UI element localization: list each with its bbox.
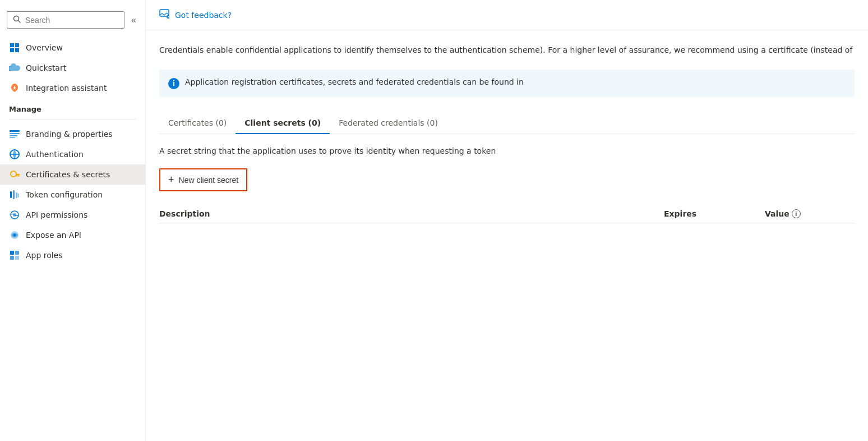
secret-description: A secret string that the application use… [159, 145, 855, 157]
sidebar-item-expose-api[interactable]: Expose an API [0, 225, 145, 245]
sidebar-item-overview[interactable]: Overview [0, 38, 145, 58]
svg-text:?: ? [168, 15, 169, 19]
cloud-icon [9, 62, 20, 74]
sidebar-item-certificates[interactable]: Certificates & secrets [0, 164, 145, 185]
tab-federated-credentials[interactable]: Federated credentials (0) [330, 113, 447, 134]
info-banner-text: Application registration certificates, s… [185, 77, 524, 86]
search-box[interactable] [7, 11, 124, 29]
svg-rect-9 [10, 137, 15, 138]
table-header: Description Expires Value i [159, 205, 855, 223]
tab-client-secrets[interactable]: Client secrets (0) [236, 113, 330, 134]
new-client-secret-button[interactable]: + New client secret [159, 168, 247, 191]
plus-icon: + [168, 174, 174, 186]
collapse-button[interactable]: « [129, 13, 138, 27]
value-info-icon[interactable]: i [792, 209, 801, 218]
sidebar-item-overview-label: Overview [26, 43, 63, 52]
api-icon [9, 209, 20, 220]
sidebar-item-branding[interactable]: Branding & properties [0, 124, 145, 144]
sidebar-item-token-label: Token configuration [26, 190, 103, 199]
svg-rect-3 [15, 43, 19, 47]
svg-rect-14 [18, 176, 20, 177]
tab-certificates[interactable]: Certificates (0) [159, 113, 236, 134]
col-expires: Expires [664, 209, 765, 218]
manage-divider [9, 119, 136, 120]
search-container: « [0, 7, 145, 38]
sidebar-item-api-label: API permissions [26, 210, 87, 219]
top-bar: ? Got feedback? [146, 0, 868, 30]
svg-rect-4 [10, 48, 14, 52]
svg-rect-6 [10, 130, 20, 132]
key-icon [9, 169, 20, 180]
sidebar-item-integration-label: Integration assistant [26, 84, 107, 93]
tabs-row: Certificates (0) Client secrets (0) Fede… [159, 113, 855, 134]
sidebar-item-approles-label: App roles [26, 251, 63, 260]
sidebar-item-quickstart[interactable]: Quickstart [0, 58, 145, 78]
main-content: ? Got feedback? Credentials enable confi… [146, 0, 868, 441]
sidebar-item-authentication-label: Authentication [26, 150, 84, 159]
sidebar-item-integration-assistant[interactable]: Integration assistant [0, 78, 145, 98]
svg-rect-13 [16, 174, 20, 176]
rocket-icon [9, 82, 20, 94]
svg-rect-5 [15, 48, 19, 52]
sidebar-item-certificates-label: Certificates & secrets [26, 170, 110, 179]
svg-rect-16 [10, 191, 12, 198]
svg-rect-17 [13, 190, 15, 199]
info-banner: i Application registration certificates,… [159, 70, 855, 97]
sidebar-item-app-roles[interactable]: App roles [0, 245, 145, 265]
expose-icon [9, 229, 20, 241]
feedback-icon: ? [159, 9, 169, 21]
svg-rect-15 [16, 176, 17, 177]
credentials-description: Credentials enable confidential applicat… [159, 44, 855, 56]
svg-rect-24 [10, 251, 14, 255]
auth-icon [9, 149, 20, 160]
svg-rect-27 [15, 256, 19, 260]
search-icon [13, 15, 21, 25]
info-icon: i [168, 78, 179, 89]
col-value-label: Value [765, 209, 789, 218]
sidebar-item-branding-label: Branding & properties [26, 130, 113, 139]
sidebar-item-authentication[interactable]: Authentication [0, 144, 145, 164]
feedback-text[interactable]: Got feedback? [175, 11, 232, 20]
sidebar: « Overview Quickstart [0, 0, 146, 441]
svg-rect-8 [10, 135, 17, 136]
sidebar-item-token-config[interactable]: Token configuration [0, 185, 145, 205]
svg-rect-2 [10, 43, 14, 47]
col-description: Description [159, 209, 664, 218]
search-input[interactable] [25, 16, 118, 25]
svg-rect-18 [16, 192, 17, 198]
svg-line-1 [19, 21, 21, 23]
manage-section-header: Manage [0, 98, 145, 117]
svg-rect-19 [18, 194, 20, 197]
sidebar-item-expose-label: Expose an API [26, 231, 81, 240]
sidebar-item-quickstart-label: Quickstart [26, 63, 66, 72]
grid-icon [9, 42, 20, 53]
branding-icon [9, 128, 20, 140]
svg-point-12 [11, 171, 16, 177]
sidebar-item-api-permissions[interactable]: API permissions [0, 205, 145, 225]
content-area: Credentials enable confidential applicat… [146, 30, 868, 237]
token-icon [9, 189, 20, 200]
new-secret-button-label: New client secret [179, 176, 239, 185]
svg-rect-26 [10, 256, 14, 260]
svg-rect-7 [10, 133, 20, 134]
svg-rect-25 [15, 251, 19, 255]
svg-point-23 [13, 234, 16, 237]
approles-icon [9, 250, 20, 261]
col-value: Value i [765, 209, 855, 218]
